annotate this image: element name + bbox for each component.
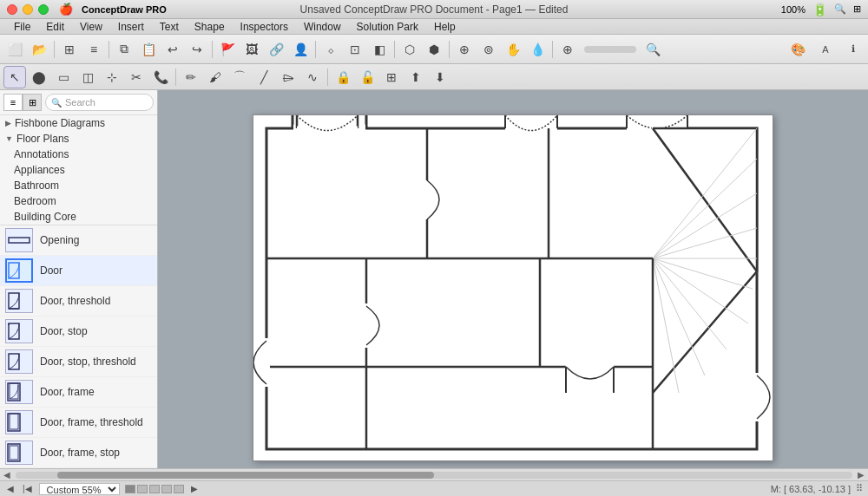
close-button[interactable] — [7, 4, 17, 15]
connect-tool[interactable]: ⌲ — [277, 66, 299, 88]
toolbar-sep-7 — [552, 41, 553, 58]
menu-insert[interactable]: Insert — [111, 19, 151, 35]
hand-tool-button[interactable]: ✋ — [502, 38, 524, 61]
pen-tool[interactable]: ✏ — [180, 66, 202, 88]
menu-file[interactable]: File — [7, 19, 37, 35]
menu-edit[interactable]: Edit — [39, 19, 71, 35]
oval-tool[interactable]: ⬤ — [28, 66, 50, 88]
new-button[interactable]: ⬜ — [3, 38, 26, 61]
link-button[interactable]: 🔗 — [265, 38, 287, 61]
menu-window[interactable]: Window — [297, 19, 348, 35]
undo-button[interactable]: ↩ — [161, 38, 184, 61]
scroll-track[interactable] — [16, 472, 852, 479]
bezier-tool[interactable]: ∿ — [301, 66, 324, 88]
menu-text[interactable]: Text — [153, 19, 186, 35]
wifi-icon: 🔋 — [812, 3, 827, 16]
sidebar-item-floor-plans[interactable]: ▼ Floor Plans — [0, 131, 157, 147]
align-button[interactable]: ⬢ — [423, 38, 445, 61]
zoom-slider[interactable] — [584, 46, 636, 53]
shape-select-button[interactable]: ⬡ — [398, 38, 421, 61]
menu-help[interactable]: Help — [427, 19, 463, 35]
traffic-lights[interactable]: 🍎 ConceptDraw PRO — [7, 3, 167, 16]
lock-tool[interactable]: 🔒 — [332, 66, 354, 88]
zoom-selector[interactable]: Custom 55% 25% 50% 75% 100% — [39, 483, 120, 495]
shape-door-stop[interactable]: Door, stop — [0, 317, 157, 347]
scroll-right-button[interactable]: ▶ — [858, 470, 865, 480]
grid-icon[interactable]: ⊞ — [853, 3, 861, 15]
page-dot-5[interactable] — [174, 485, 184, 493]
page-dot-4[interactable] — [161, 485, 172, 493]
sidebar-item-annotations[interactable]: Annotations — [0, 147, 157, 162]
page-dot-1[interactable] — [125, 485, 135, 493]
sidebar-item-appliances[interactable]: Appliances — [0, 162, 157, 178]
shape-door[interactable]: Door — [0, 256, 157, 286]
sidebar-item-fishbone[interactable]: ▶ Fishbone Diagrams — [0, 115, 157, 131]
sidebar-item-bathroom[interactable]: Bathroom — [0, 178, 157, 193]
shape-opening[interactable]: Opening — [0, 225, 157, 256]
shape-door-threshold[interactable]: Door, threshold — [0, 286, 157, 317]
arrange-button[interactable]: ◧ — [368, 38, 391, 61]
table-tool[interactable]: ⊞ — [380, 66, 403, 88]
zoom-area-button[interactable]: ⊚ — [477, 38, 500, 61]
phone-tool[interactable]: 📞 — [149, 66, 172, 88]
shape-door-frame-threshold[interactable]: Door, frame, threshold — [0, 408, 157, 438]
zoom-in-button[interactable]: ⊕ — [556, 38, 579, 61]
menu-view[interactable]: View — [73, 19, 109, 35]
layers-button[interactable]: ⬦ — [319, 38, 342, 61]
brush-tool[interactable]: 🖌 — [204, 66, 227, 88]
picture-button[interactable]: 🖼 — [240, 38, 263, 61]
select2-tool[interactable]: ⊹ — [101, 66, 123, 88]
minimize-button[interactable] — [23, 4, 33, 15]
arc-tool[interactable]: ⌒ — [228, 66, 251, 88]
scroll-thumb[interactable] — [57, 472, 434, 479]
menu-shape[interactable]: Shape — [187, 19, 232, 35]
color-wheel-button[interactable]: 🎨 — [786, 38, 809, 61]
crop-tool[interactable]: ✂ — [125, 66, 148, 88]
inspector-button[interactable]: ℹ — [842, 38, 865, 61]
font-button[interactable]: A — [814, 38, 837, 61]
shape-door-frame[interactable]: Door, frame — [0, 377, 157, 408]
door-frame-threshold-label: Door, frame, threshold — [40, 416, 143, 428]
select-tool[interactable]: ↖ — [3, 66, 26, 88]
prev-page-button[interactable]: ◀ — [5, 484, 16, 493]
maximize-button[interactable] — [38, 4, 49, 15]
shape-door-frame-stop[interactable]: Door, frame, stop — [0, 438, 157, 468]
line-tool[interactable]: ╱ — [253, 66, 275, 88]
zoom-fit-button[interactable]: ⊕ — [453, 38, 476, 61]
list-view-toggle[interactable]: ≡ — [3, 94, 23, 111]
search-box[interactable]: 🔍 Search — [45, 94, 154, 111]
canvas[interactable] — [167, 108, 859, 468]
unlock-tool[interactable]: 🔓 — [356, 66, 378, 88]
next-page-button[interactable]: ▶ — [189, 484, 200, 493]
zoom-out-button[interactable]: 🔍 — [641, 38, 664, 61]
import-tool[interactable]: ⬇ — [429, 66, 451, 88]
sidebar-item-bedroom[interactable]: Bedroom — [0, 193, 157, 209]
group-button[interactable]: ⊡ — [344, 38, 366, 61]
eyedrop-button[interactable]: 💧 — [526, 38, 549, 61]
sidebar-item-building-core[interactable]: Building Core — [0, 209, 157, 225]
page-dot-2[interactable] — [137, 485, 148, 493]
grid-view-button[interactable]: ⊞ — [58, 38, 81, 61]
scroll-left-button[interactable]: ◀ — [3, 470, 10, 480]
menu-inspectors[interactable]: Inspectors — [233, 19, 295, 35]
grid-view-toggle[interactable]: ⊞ — [23, 94, 42, 111]
person-button[interactable]: 👤 — [289, 38, 312, 61]
redo-button[interactable]: ↪ — [186, 38, 208, 61]
search-global-icon[interactable]: 🔍 — [834, 3, 846, 15]
rect-tool[interactable]: ▭ — [52, 66, 75, 88]
flag-button[interactable]: 🚩 — [216, 38, 239, 61]
rect2-tool[interactable]: ◫ — [76, 66, 99, 88]
copy-button[interactable]: ⧉ — [113, 38, 135, 61]
horizontal-scrollbar[interactable]: ◀ ▶ — [0, 468, 868, 480]
page-dot-3[interactable] — [149, 485, 160, 493]
drawing-canvas[interactable] — [253, 114, 773, 461]
list-view-button[interactable]: ≡ — [82, 38, 105, 61]
first-page-button[interactable]: |◀ — [21, 484, 34, 493]
menu-solution-park[interactable]: Solution Park — [350, 19, 425, 35]
svg-rect-52 — [265, 341, 270, 384]
paste-button[interactable]: 📋 — [137, 38, 160, 61]
export-tool[interactable]: ⬆ — [404, 66, 427, 88]
open-button[interactable]: 📂 — [28, 38, 50, 61]
opening-icon — [5, 228, 33, 252]
shape-door-stop-threshold[interactable]: Door, stop, threshold — [0, 347, 157, 377]
